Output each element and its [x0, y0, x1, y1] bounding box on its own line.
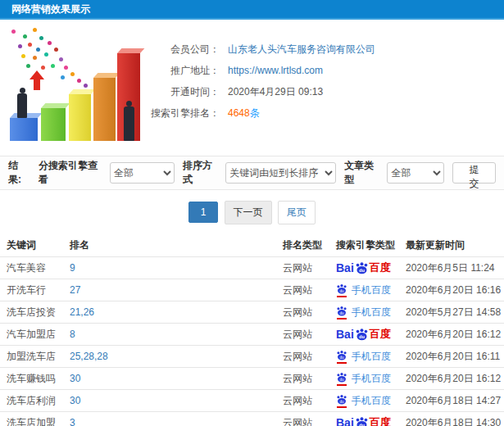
baidu-pc-logo: Baidu百度	[336, 327, 391, 342]
svg-text:du: du	[339, 377, 344, 381]
svg-text:du: du	[339, 399, 344, 403]
col-engine-type: 搜索引擎类型	[329, 234, 399, 257]
update-time-cell: 2020年6月20日 16:16	[399, 279, 504, 301]
engine-filter-select[interactable]: 全部	[110, 162, 175, 184]
table-row: 洗车赚钱吗 30 云网站 du手机百度 2020年6月20日 16:12	[0, 368, 504, 390]
rank-link[interactable]: 30	[70, 373, 80, 384]
col-keyword: 关键词	[0, 234, 63, 257]
rank-type-cell: 云网站	[276, 412, 329, 426]
member-company-label: 会员公司：	[146, 44, 220, 55]
svg-text:du: du	[359, 333, 365, 338]
engine-rank-row: 搜索引擎排名： 4648条	[146, 108, 375, 119]
submit-button[interactable]: 提交	[452, 162, 496, 184]
keyword-cell: 洗车店加盟	[0, 412, 63, 426]
illustration-bar-orange	[93, 78, 116, 141]
rank-type-cell: 云网站	[276, 368, 329, 390]
rank-type-cell: 云网站	[276, 301, 329, 324]
rank-type-cell: 云网站	[276, 390, 329, 412]
growth-arrow-icon	[30, 70, 44, 90]
update-time-cell: 2020年6月18日 14:30	[399, 412, 504, 426]
update-time-cell: 2020年5月27日 14:58	[399, 301, 504, 324]
keyword-cell: 汽车美容	[0, 257, 63, 279]
keyword-ranking-table: 关键词 排名 排名类型 搜索引擎类型 最新更新时间 汽车美容 9 云网站 Bai…	[0, 234, 504, 426]
baidu-pc-logo: Baidu百度	[336, 261, 391, 275]
baidu-paw-icon: du	[336, 350, 347, 361]
rank-type-cell: 云网站	[276, 346, 329, 368]
sort-filter-label: 排序方式	[183, 159, 220, 187]
last-page-button[interactable]: 尾页	[278, 201, 316, 224]
promo-url-link[interactable]: https://www.lrtlsd.com	[228, 66, 323, 76]
engine-rank-label: 搜索引擎排名：	[146, 108, 220, 119]
promo-url-label: 推广地址：	[146, 66, 220, 76]
col-update-time: 最新更新时间	[399, 234, 504, 257]
keyword-cell: 洗车店利润	[0, 390, 63, 412]
table-row: 开洗车行 27 云网站 du手机百度 2020年6月20日 16:16	[0, 279, 504, 301]
open-time-label: 开通时间：	[146, 87, 220, 97]
rank-link[interactable]: 25,28,28	[70, 351, 108, 362]
keyword-cell: 汽车加盟店	[0, 324, 63, 346]
col-rank-type: 排名类型	[276, 234, 329, 257]
table-row: 洗车店加盟 3 云网站 Baidu百度 2020年6月18日 14:30	[0, 412, 504, 426]
article-type-label: 文章类型	[344, 159, 382, 187]
bar-chart-illustration	[0, 20, 146, 152]
illustration-bar-green	[41, 108, 66, 141]
info-fields: 会员公司： 山东老人头汽车服务咨询有限公司 推广地址： https://www.…	[146, 20, 375, 156]
rank-link[interactable]: 9	[70, 262, 75, 274]
pagination: 1 下一页 尾页	[0, 201, 504, 224]
table-row: 洗车店投资 21,26 云网站 du手机百度 2020年5月27日 14:58	[0, 301, 504, 324]
confetti-dots-decoration	[11, 29, 16, 34]
svg-text:du: du	[339, 288, 344, 292]
page-number-1[interactable]: 1	[188, 202, 218, 223]
keyword-cell: 洗车店投资	[0, 301, 63, 324]
rank-link[interactable]: 8	[70, 329, 75, 340]
mobile-baidu-logo: du手机百度	[336, 394, 391, 408]
update-time-cell: 2020年6月18日 14:27	[399, 390, 504, 412]
update-time-cell: 2020年6月20日 16:12	[399, 368, 504, 390]
next-page-button[interactable]: 下一页	[225, 201, 272, 224]
mobile-baidu-logo: du手机百度	[336, 372, 391, 386]
update-time-cell: 2020年6月20日 16:11	[399, 346, 504, 368]
rank-link[interactable]: 3	[70, 417, 75, 426]
baidu-paw-icon: du	[355, 416, 369, 426]
svg-text:du: du	[339, 310, 344, 315]
keyword-cell: 加盟洗车店	[0, 346, 63, 368]
engine-rank-unit: 条	[250, 108, 260, 119]
baidu-pc-logo: Baidu百度	[336, 415, 391, 426]
rank-link[interactable]: 27	[70, 284, 80, 296]
rank-link[interactable]: 21,26	[70, 306, 94, 318]
svg-text:du: du	[359, 267, 365, 272]
baidu-paw-icon: du	[355, 328, 369, 342]
baidu-paw-icon: du	[336, 372, 347, 383]
baidu-paw-icon: du	[336, 394, 347, 406]
table-row: 汽车加盟店 8 云网站 Baidu百度 2020年6月20日 16:12	[0, 324, 504, 346]
update-time-cell: 2020年6月20日 16:12	[399, 324, 504, 346]
businessman-figure-left	[17, 93, 27, 118]
account-info-section: 会员公司： 山东老人头汽车服务咨询有限公司 推广地址： https://www.…	[0, 20, 504, 156]
illustration-bar-yellow	[69, 94, 91, 141]
keyword-cell: 开洗车行	[0, 279, 63, 301]
promo-url-row: 推广地址： https://www.lrtlsd.com	[146, 66, 375, 76]
keyword-cell: 洗车赚钱吗	[0, 368, 63, 390]
col-rank: 排名	[63, 234, 276, 257]
table-row: 汽车美容 9 云网站 Baidu百度 2020年6月5日 11:24	[0, 257, 504, 279]
result-label: 结果:	[8, 159, 30, 187]
svg-text:du: du	[359, 422, 365, 426]
sort-filter-select[interactable]: 关键词由短到长排序	[225, 162, 336, 184]
member-company-link[interactable]: 山东老人头汽车服务咨询有限公司	[228, 44, 375, 55]
rank-link[interactable]: 30	[70, 395, 80, 406]
article-type-select[interactable]: 全部	[387, 162, 443, 184]
engine-rank-count: 4648	[228, 108, 250, 119]
filter-bar: 结果: 分搜索引擎查看 全部 排序方式 关键词由短到长排序 文章类型 全部 提交	[0, 156, 504, 190]
open-time-row: 开通时间： 2020年4月29日 09:13	[146, 87, 375, 97]
table-row: 加盟洗车店 25,28,28 云网站 du手机百度 2020年6月20日 16:…	[0, 346, 504, 368]
businessman-figure-right	[124, 106, 134, 141]
app-header: 网络营销效果展示	[0, 0, 504, 20]
rank-type-cell: 云网站	[276, 257, 329, 279]
member-company-row: 会员公司： 山东老人头汽车服务咨询有限公司	[146, 44, 375, 55]
svg-text:du: du	[339, 355, 344, 359]
page-title: 网络营销效果展示	[11, 3, 90, 15]
baidu-paw-icon: du	[336, 283, 347, 295]
illustration-bar-blue	[10, 118, 38, 141]
update-time-cell: 2020年6月5日 11:24	[399, 257, 504, 279]
engine-filter-label: 分搜索引擎查看	[39, 159, 105, 187]
